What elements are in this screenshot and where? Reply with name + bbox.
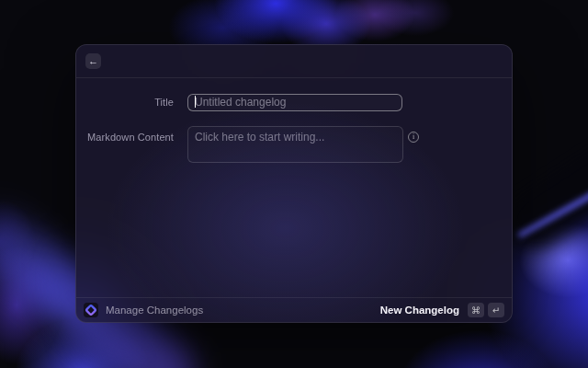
title-input[interactable] (187, 94, 402, 111)
enter-key-icon: ↵ (488, 303, 504, 317)
back-arrow-icon: ← (88, 53, 98, 69)
extension-logo-icon (84, 303, 98, 317)
back-button[interactable]: ← (85, 53, 101, 69)
title-label: Title (76, 97, 174, 108)
text-caret (195, 96, 196, 108)
raycast-extension-window: ← Title Markdown Content i (75, 44, 513, 323)
title-input-wrap (187, 93, 402, 111)
markdown-field-row: Markdown Content i (76, 126, 512, 163)
window-footer: Manage Changelogs New Changelog ⌘ ↵ (76, 297, 512, 322)
primary-action-button[interactable]: New Changelog ⌘ ↵ (380, 303, 504, 317)
form-content: Title Markdown Content i (76, 78, 512, 163)
title-field-row: Title (76, 93, 512, 111)
window-header: ← (76, 45, 512, 77)
primary-action-label: New Changelog (380, 305, 459, 316)
info-icon[interactable]: i (408, 132, 419, 143)
markdown-content-input[interactable] (187, 126, 403, 163)
markdown-content-label: Markdown Content (76, 132, 174, 143)
footer-extension: Manage Changelogs (84, 303, 203, 317)
cmd-key-icon: ⌘ (468, 303, 484, 317)
extension-name: Manage Changelogs (106, 305, 203, 316)
